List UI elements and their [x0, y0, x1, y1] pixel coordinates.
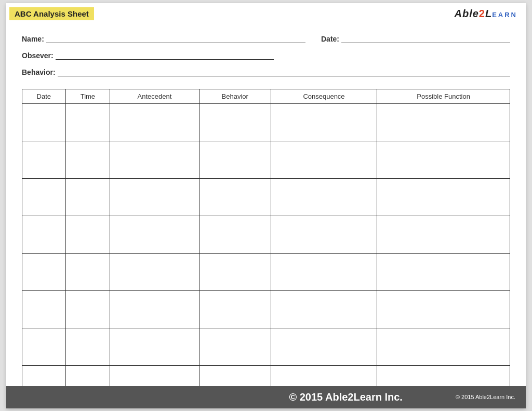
table-cell[interactable] [199, 216, 271, 253]
col-antecedent: Antecedent [110, 89, 199, 103]
name-label: Name: [22, 35, 44, 43]
table-cell[interactable] [22, 141, 66, 178]
table-cell[interactable] [110, 141, 199, 178]
logo-two: 2 [479, 8, 485, 19]
footer-right-text: © 2015 Able2Learn Inc. [456, 394, 515, 400]
table-cell[interactable] [377, 216, 510, 253]
table-cell[interactable] [199, 253, 271, 290]
table-cell[interactable] [271, 216, 377, 253]
table-cell[interactable] [65, 216, 110, 253]
abc-table: Date Time Antecedent Behavior Consequenc… [22, 89, 510, 403]
table-cell[interactable] [271, 178, 377, 216]
table-cell[interactable] [271, 253, 377, 290]
table-cell[interactable] [199, 290, 271, 328]
table-cell[interactable] [22, 290, 66, 328]
table-cell[interactable] [22, 253, 66, 290]
observer-row: Obsever: [22, 50, 510, 60]
title-badge: ABC Analysis Sheet [9, 7, 94, 20]
table-cell[interactable] [271, 103, 377, 141]
table-cell[interactable] [65, 253, 110, 290]
date-label: Date: [321, 35, 339, 43]
header: ABC Analysis Sheet Able2LEARN [6, 3, 526, 23]
table-cell[interactable] [271, 141, 377, 178]
col-possible-function: Possible Function [377, 89, 510, 103]
table-cell[interactable] [271, 328, 377, 365]
table-row [22, 178, 510, 216]
logo-learn: EARN [492, 11, 517, 19]
col-consequence: Consequence [271, 89, 377, 103]
col-date: Date [22, 89, 66, 103]
table-cell[interactable] [199, 103, 271, 141]
table-cell[interactable] [110, 328, 199, 365]
logo-able: Able [454, 8, 478, 19]
date-field: Date: [321, 34, 510, 43]
form-section: Name: Date: Obsever: Behavior: [6, 23, 526, 89]
col-behavior: Behavior [199, 89, 271, 103]
table-cell[interactable] [22, 178, 66, 216]
table-cell[interactable] [22, 216, 66, 253]
table-row [22, 253, 510, 290]
behavior-line [58, 67, 510, 76]
table-row [22, 141, 510, 178]
table-cell[interactable] [110, 103, 199, 141]
behavior-label: Behavior: [22, 68, 56, 76]
logo-able2: L [485, 8, 492, 19]
table-row [22, 216, 510, 253]
table-cell[interactable] [110, 290, 199, 328]
table-cell[interactable] [377, 141, 510, 178]
table-cell[interactable] [22, 328, 66, 365]
table-cell[interactable] [377, 178, 510, 216]
table-header-row: Date Time Antecedent Behavior Consequenc… [22, 89, 510, 103]
table-cell[interactable] [199, 328, 271, 365]
date-line [341, 34, 510, 43]
page: ABC Analysis Sheet Able2LEARN Name: Date… [6, 3, 526, 408]
observer-label: Obsever: [22, 51, 54, 60]
table-section: Date Time Antecedent Behavior Consequenc… [6, 89, 526, 408]
page-title: ABC Analysis Sheet [15, 9, 89, 18]
table-row [22, 328, 510, 365]
table-cell[interactable] [377, 328, 510, 365]
table-cell[interactable] [199, 141, 271, 178]
table-cell[interactable] [65, 141, 110, 178]
table-cell[interactable] [65, 178, 110, 216]
table-cell[interactable] [22, 103, 66, 141]
table-row [22, 290, 510, 328]
table-cell[interactable] [65, 103, 110, 141]
table-cell[interactable] [65, 328, 110, 365]
table-cell[interactable] [199, 178, 271, 216]
footer: © 2015 Able2Learn Inc. © 2015 Able2Learn… [6, 386, 526, 408]
table-row [22, 103, 510, 141]
behavior-row: Behavior: [22, 67, 510, 76]
table-cell[interactable] [110, 253, 199, 290]
col-time: Time [65, 89, 110, 103]
table-cell[interactable] [65, 290, 110, 328]
table-cell[interactable] [377, 290, 510, 328]
name-line [46, 34, 305, 43]
logo: Able2LEARN [454, 8, 517, 20]
table-cell[interactable] [110, 216, 199, 253]
name-date-row: Name: Date: [22, 34, 510, 43]
footer-center-text: © 2015 Able2Learn Inc. [236, 391, 455, 403]
table-cell[interactable] [377, 253, 510, 290]
observer-line [56, 50, 274, 60]
name-field: Name: [22, 34, 305, 43]
table-cell[interactable] [271, 290, 377, 328]
table-cell[interactable] [110, 178, 199, 216]
table-cell[interactable] [377, 103, 510, 141]
